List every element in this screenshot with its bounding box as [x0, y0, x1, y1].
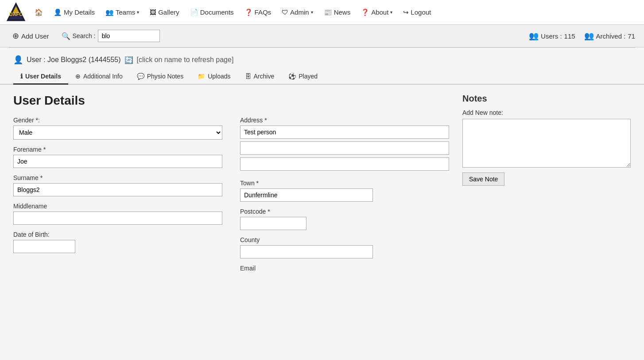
middlename-label: Middlename: [13, 203, 222, 210]
address-line1-input[interactable]: [240, 125, 449, 139]
form-columns: Gender *: Male Female Other Forename * S…: [13, 117, 449, 278]
archive-tab-label: Archive: [254, 73, 275, 80]
town-field-group: Town *: [240, 180, 449, 202]
played-tab-label: Played: [299, 73, 318, 80]
nav-items-list: 🏠 👤 My Details 👥 Teams ▾ 🖼 Gallery 📄 Doc…: [30, 5, 639, 20]
gender-field-group: Gender *: Male Female Other: [13, 117, 222, 140]
user-details-tab-icon: ℹ: [20, 73, 23, 80]
stats-group: 👥 Users : 115 👥 Archived : 71: [529, 31, 635, 41]
notes-textarea[interactable]: [462, 119, 631, 168]
search-label: Search :: [73, 32, 96, 39]
nav-gallery-label: Gallery: [158, 8, 179, 16]
address-field-group: Address *: [240, 117, 449, 173]
user-person-icon: 👤: [13, 55, 23, 65]
nav-gallery[interactable]: 🖼 Gallery: [145, 5, 184, 20]
user-name-label[interactable]: User : Joe Bloggs2 (1444555): [27, 56, 121, 64]
nav-admin[interactable]: 🛡 Admin ▾: [277, 5, 318, 20]
email-label: Email: [240, 265, 449, 272]
main-content: User Details Gender *: Male Female Other…: [0, 85, 644, 287]
county-input[interactable]: [240, 245, 373, 258]
faqs-icon: ❓: [244, 8, 253, 16]
nav-my-details[interactable]: 👤 My Details: [49, 5, 99, 20]
nav-admin-label: Admin: [290, 8, 309, 16]
postcode-input[interactable]: [240, 217, 306, 230]
surname-field-group: Surname *: [13, 174, 222, 196]
form-right-col: Address * Town * Postcode * County: [240, 117, 449, 278]
town-label: Town *: [240, 180, 449, 187]
notes-section: Notes Add New note: Save Note: [462, 94, 631, 278]
notes-title: Notes: [462, 94, 631, 104]
documents-icon: 📄: [190, 8, 198, 16]
tab-physio-notes[interactable]: 💬 Physio Notes: [130, 69, 190, 85]
toolbar: ⊕ Add User 🔍 Search : 👥 Users : 115 👥 Ar…: [0, 25, 644, 47]
tab-uploads[interactable]: 📁 Uploads: [190, 69, 237, 85]
tab-archive[interactable]: 🗄 Archive: [238, 69, 282, 85]
users-count: 115: [564, 32, 575, 40]
address-label: Address *: [240, 117, 449, 124]
archive-tab-icon: 🗄: [245, 73, 251, 80]
middlename-input[interactable]: [13, 211, 222, 225]
uploads-tab-label: Uploads: [208, 73, 230, 80]
tab-played[interactable]: ⚽ Played: [281, 69, 325, 85]
nav-faqs-label: FAQs: [255, 8, 272, 16]
home-icon: 🏠: [35, 8, 43, 16]
nav-documents[interactable]: 📄 Documents: [186, 5, 238, 20]
nav-logout-label: Logout: [411, 8, 431, 16]
my-details-icon: 👤: [54, 8, 62, 16]
uploads-tab-icon: 📁: [198, 73, 205, 80]
played-tab-icon: ⚽: [288, 73, 296, 80]
nav-teams[interactable]: 👥 Teams ▾: [101, 5, 144, 20]
teams-caret: ▾: [137, 10, 139, 15]
tab-additional-info[interactable]: ⊕ Additional Info: [68, 69, 130, 85]
nav-my-details-label: My Details: [64, 8, 95, 16]
postcode-field-group: Postcode *: [240, 208, 449, 230]
physio-notes-tab-label: Physio Notes: [147, 73, 183, 80]
address-line3-input[interactable]: [240, 157, 449, 171]
add-user-button[interactable]: ⊕ Add User: [9, 29, 53, 43]
users-icon: 👥: [529, 31, 539, 41]
about-caret: ▾: [390, 10, 392, 15]
user-details-form: User Details Gender *: Male Female Other…: [13, 94, 449, 278]
town-input[interactable]: [240, 188, 373, 202]
gender-select[interactable]: Male Female Other: [13, 125, 222, 140]
archived-stat: 👥 Archived : 71: [584, 31, 635, 41]
add-user-label: Add User: [21, 32, 49, 40]
nav-about[interactable]: ❓ About ▾: [357, 5, 397, 20]
dob-input[interactable]: [13, 240, 75, 253]
gallery-icon: 🖼: [150, 8, 156, 16]
teams-icon: 👥: [105, 8, 114, 16]
user-details-tab-label: User Details: [25, 73, 61, 80]
surname-input[interactable]: [13, 183, 222, 196]
archived-label: Archived :: [596, 32, 626, 40]
tab-user-details[interactable]: ℹ User Details: [13, 69, 68, 85]
users-stat: 👥 Users : 115: [529, 31, 575, 41]
archived-icon: 👥: [584, 31, 594, 41]
nav-documents-label: Documents: [200, 8, 234, 16]
users-label: Users :: [541, 32, 562, 40]
main-nav: DAFC 🏠 👤 My Details 👥 Teams ▾ 🖼 Gallery …: [0, 0, 644, 25]
admin-icon: 🛡: [282, 8, 288, 16]
dob-field-group: Date of Birth:: [13, 231, 222, 253]
refresh-icon[interactable]: 🔄: [124, 56, 133, 64]
additional-info-tab-label: Additional Info: [83, 73, 123, 80]
nav-news-label: News: [334, 8, 351, 16]
about-icon: ❓: [361, 8, 369, 16]
forename-input[interactable]: [13, 155, 222, 168]
gender-label: Gender *:: [13, 117, 222, 124]
physio-notes-tab-icon: 💬: [137, 73, 144, 80]
add-user-icon: ⊕: [12, 31, 19, 41]
news-icon: 📰: [324, 8, 332, 16]
nav-logout[interactable]: ↪ Logout: [399, 5, 435, 20]
search-input[interactable]: [98, 30, 160, 42]
nav-news[interactable]: 📰 News: [319, 5, 355, 20]
address-line2-input[interactable]: [240, 141, 449, 155]
dob-label: Date of Birth:: [13, 231, 222, 238]
nav-about-label: About: [371, 8, 388, 16]
nav-faqs[interactable]: ❓ FAQs: [240, 5, 276, 20]
form-title: User Details: [13, 94, 449, 108]
logo[interactable]: DAFC: [5, 1, 27, 23]
save-note-button[interactable]: Save Note: [462, 172, 504, 186]
nav-home[interactable]: 🏠: [30, 5, 47, 20]
search-icon: 🔍: [62, 32, 70, 40]
county-label: County: [240, 236, 449, 243]
